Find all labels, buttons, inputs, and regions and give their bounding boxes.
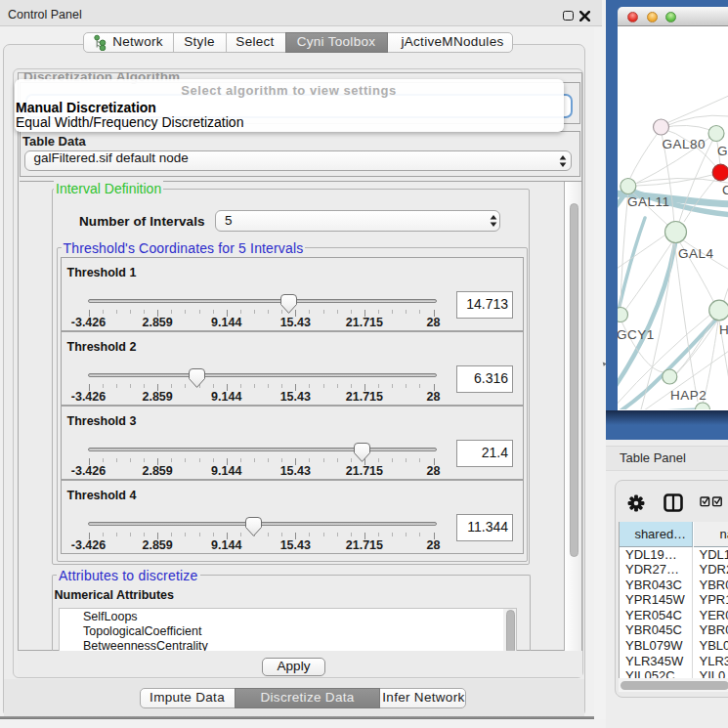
- svg-text:GAL80: GAL80: [662, 137, 706, 151]
- svg-text:GA: GA: [717, 144, 728, 158]
- svg-text:GAL4: GAL4: [678, 246, 714, 261]
- svg-text:GCY1: GCY1: [618, 327, 655, 342]
- svg-text:GAL11: GAL11: [627, 194, 670, 209]
- svg-text:HAP2: HAP2: [670, 388, 707, 403]
- svg-text:C: C: [722, 183, 728, 197]
- svg-text:H: H: [719, 322, 728, 337]
